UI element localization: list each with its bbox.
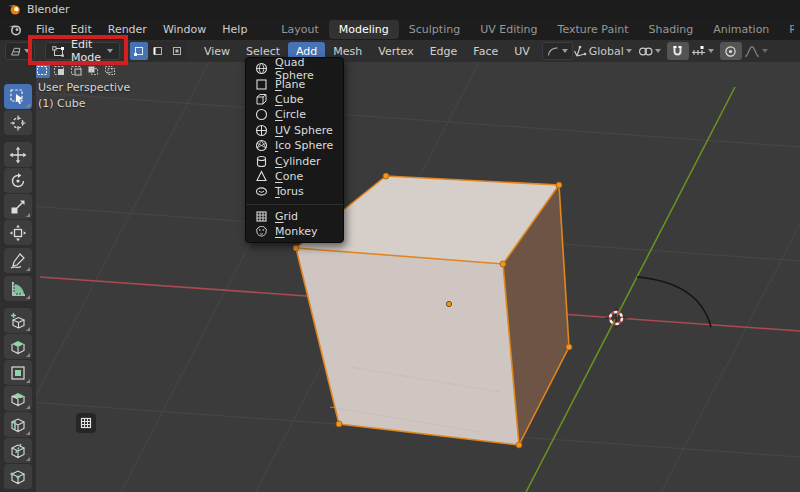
edge-select-icon [152, 45, 164, 57]
proportional-falloff-dropdown[interactable] [744, 45, 768, 58]
tab-texture-paint[interactable]: Texture Paint [548, 20, 639, 39]
menu-window[interactable]: Window [155, 20, 214, 39]
tool-select-box[interactable] [4, 84, 32, 109]
add-cube-tool-icon [9, 312, 27, 330]
face-select-button[interactable] [168, 42, 186, 60]
tool-rotate[interactable] [4, 168, 32, 193]
mode-selector-dropdown[interactable]: Edit Mode [45, 42, 120, 60]
vertex-select-button[interactable] [130, 42, 148, 60]
tool-extrude-region[interactable] [4, 334, 32, 359]
menu-view[interactable]: View [196, 42, 238, 61]
add-menu-item-quad-sphere[interactable]: Quad Sphere [246, 61, 343, 76]
tool-annotate[interactable] [4, 248, 32, 273]
plane-icon [255, 78, 268, 91]
film-grid-icon [80, 417, 92, 429]
select-extend-icon [53, 65, 65, 76]
orientation-dropdown[interactable]: Global [573, 45, 632, 58]
add-menu-item-cylinder[interactable]: Cylinder [246, 153, 343, 168]
select-subtract-icon [70, 65, 82, 76]
tool-add-cube[interactable] [4, 308, 32, 333]
tool-bevel[interactable] [4, 386, 32, 411]
tool-loop-cut[interactable] [4, 412, 32, 437]
tool-falloff-dropdown[interactable] [542, 42, 573, 60]
tab-uv-editing[interactable]: UV Editing [470, 20, 547, 39]
chevron-down-icon [708, 49, 714, 53]
select-invert-button[interactable] [85, 63, 101, 78]
tab-modeling[interactable]: Modeling [329, 20, 399, 39]
viewport-header: Edit Mode View Select Add Mesh Vertex Ed… [0, 40, 800, 62]
cylinder-icon [255, 155, 268, 168]
view-perspective-label: User Perspective [38, 80, 130, 96]
menu-uv[interactable]: UV [506, 42, 538, 61]
select-intersect-button[interactable] [102, 63, 118, 78]
scale-tool-icon [9, 198, 27, 216]
proportional-editing-icon [724, 45, 737, 58]
menu-render[interactable]: Render [100, 20, 155, 39]
torus-icon [255, 185, 268, 198]
menu-edit[interactable]: Edit [62, 20, 99, 39]
edge-select-button[interactable] [149, 42, 167, 60]
monkey-icon [255, 225, 268, 238]
transform-options-cluster: Global [573, 42, 768, 60]
falloff-curve-small-icon [547, 46, 559, 57]
tool-knife[interactable] [4, 438, 32, 463]
poly-build-tool-icon [9, 468, 27, 486]
tab-layout[interactable]: Layout [271, 20, 328, 39]
tool-move[interactable] [4, 142, 32, 167]
face-select-icon [171, 45, 183, 57]
vertex-select-icon [133, 45, 145, 57]
tab-animation[interactable]: Animation [703, 20, 779, 39]
chevron-down-icon [107, 49, 113, 53]
add-menu-item-ico-sphere[interactable]: Ico Sphere [246, 138, 343, 153]
mesh-select-mode-buttons [130, 42, 186, 60]
add-menu-item-torus[interactable]: Torus [246, 184, 343, 199]
add-menu-item-monkey[interactable]: Monkey [246, 224, 343, 239]
viewport-3d[interactable]: User Perspective (1) Cube [0, 62, 800, 492]
add-menu-item-uv-sphere[interactable]: UV Sphere [246, 123, 343, 138]
extrude-region-tool-icon [9, 338, 27, 356]
tool-inset-faces[interactable] [4, 360, 32, 385]
knife-tool-icon [9, 442, 27, 460]
rotate-tool-icon [9, 172, 27, 190]
proportional-editing-group [720, 42, 768, 60]
select-set-button[interactable] [34, 63, 50, 78]
tool-measure[interactable] [4, 276, 32, 301]
tool-poly-build[interactable] [4, 464, 32, 489]
edit-mode-icon [52, 45, 65, 58]
snap-settings-dropdown[interactable] [691, 45, 714, 58]
add-menu-item-cube[interactable]: Cube [246, 92, 343, 107]
cube-front-face[interactable] [296, 248, 519, 445]
add-menu-item-circle[interactable]: Circle [246, 107, 343, 122]
menu-edge[interactable]: Edge [422, 42, 466, 61]
viewport-mini-overlay-button[interactable] [76, 413, 96, 433]
proportional-editing-toggle[interactable] [720, 42, 742, 60]
cursor-tool-icon [9, 114, 27, 132]
window-title: Blender [27, 3, 70, 16]
blender-app-icon[interactable] [8, 23, 22, 36]
add-menu-item-cone[interactable]: Cone [246, 169, 343, 184]
tab-shading[interactable]: Shading [639, 20, 704, 39]
menu-help[interactable]: Help [214, 20, 255, 39]
tab-sculpting[interactable]: Sculpting [399, 20, 470, 39]
editor-type-button[interactable] [5, 42, 35, 60]
viewport-scene [0, 62, 800, 492]
uv-sphere-icon [255, 124, 268, 137]
transform-tool-icon [9, 224, 27, 242]
select-extend-button[interactable] [51, 63, 67, 78]
tool-scale[interactable] [4, 194, 32, 219]
menu-face[interactable]: Face [465, 42, 506, 61]
menu-vertex[interactable]: Vertex [370, 42, 421, 61]
tab-rendering[interactable]: Rendering [779, 20, 794, 39]
top-menu-bar: File Edit Render Window Help Layout Mode… [0, 18, 800, 40]
tool-transform[interactable] [4, 220, 32, 245]
select-subtract-button[interactable] [68, 63, 84, 78]
menu-file[interactable]: File [28, 20, 62, 39]
tool-cursor[interactable] [4, 110, 32, 135]
mode-selector-label: Edit Mode [71, 38, 101, 64]
add-menu-item-grid[interactable]: Grid [246, 209, 343, 224]
editor-type-icon [10, 45, 21, 58]
snapping-group [667, 42, 714, 60]
cone-icon [255, 170, 268, 183]
snap-toggle-button[interactable] [667, 42, 689, 60]
pivot-point-dropdown[interactable] [638, 45, 661, 58]
